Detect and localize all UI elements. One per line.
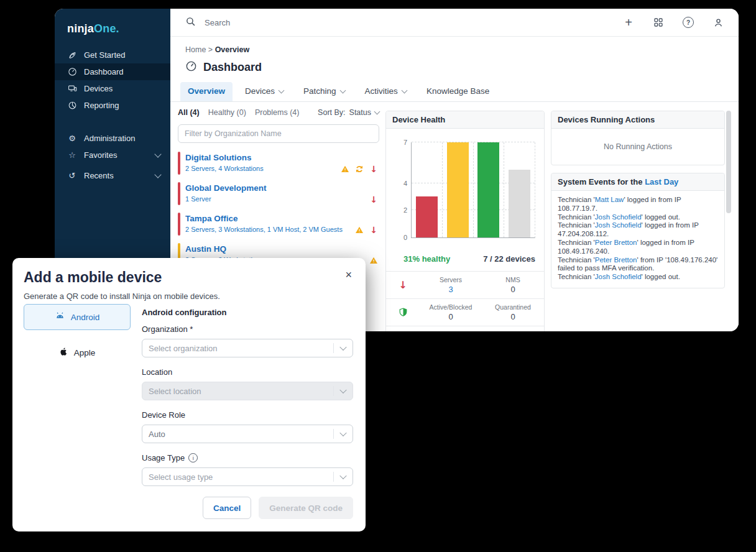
tab-overview[interactable]: Overview [180,82,233,101]
panel-title: Devices Running Actions [551,111,724,129]
sort-by-dropdown[interactable]: Sort By: Status [318,108,379,117]
scrollbar-thumb[interactable] [726,111,731,213]
org-name-link[interactable]: Digital Solutions [185,153,379,162]
technician-link[interactable]: Peter Bretton [595,256,637,264]
sidebar-item-devices[interactable]: Devices [55,80,170,97]
bar-healthy [473,142,504,237]
rocket-icon [67,50,77,60]
running-actions-panel: Devices Running Actions No Running Actio… [551,111,725,165]
filter-healthy[interactable]: Healthy (0) [208,108,246,117]
y-tick: 2 [403,206,407,214]
event-row: Technician 'Peter Bretton' logged in fro… [558,239,718,256]
ninjaone-logo: ninjaOne. [55,9,170,47]
add-icon[interactable]: + [623,17,634,28]
right-column: Devices Running Actions No Running Actio… [551,111,725,288]
user-icon[interactable] [712,17,724,28]
technician-link[interactable]: Matt Law [595,196,624,203]
org-filter-input[interactable] [178,124,379,143]
location-select[interactable]: Select location [142,382,353,400]
android-configuration-form: Android configuration Organization * Sel… [142,308,353,486]
breadcrumb: Home > Overview [170,37,739,54]
servers-count-link[interactable]: 3 [420,285,482,294]
org-name-link[interactable]: Tampa Office [185,214,379,223]
org-row-tampa-office[interactable]: Tampa Office 2 Servers, 3 Workstations, … [178,213,379,236]
dashboard-icon [67,67,77,77]
technician-link[interactable]: Josh Schofield [595,221,642,229]
chevron-down-icon [339,387,346,393]
healthy-percent: 31% healthy [403,254,450,264]
stat-row-blocked: Active/Blocked0 Quarantined0 [386,298,544,326]
filter-all[interactable]: All (4) [178,108,200,117]
device-role-select[interactable]: Auto [142,425,353,443]
close-icon[interactable]: × [345,269,352,280]
sidebar-item-administration[interactable]: ⚙ Administration [55,130,170,147]
sidebar-item-label: Devices [84,84,113,93]
dashboard-title-icon [185,60,197,75]
sidebar-item-dashboard[interactable]: Dashboard [55,63,170,80]
apps-grid-icon[interactable] [653,17,664,28]
info-icon[interactable]: i [188,453,198,462]
down-arrow-icon: ↓ [369,165,378,173]
sidebar-item-reporting[interactable]: Reporting [55,97,170,114]
tab-bar: Overview Devices Patching Activities Kno… [170,75,739,102]
org-status-bar [178,152,180,175]
platform-label: Apple [74,348,96,357]
refresh-icon [355,165,364,173]
platform-apple-button[interactable]: Apple [24,340,131,365]
tab-knowledge-base[interactable]: Knowledge Base [419,82,497,101]
chevron-down-icon [339,472,346,479]
search-icon [185,16,196,29]
tab-patching[interactable]: Patching [296,82,353,101]
generate-qr-code-button[interactable]: Generate QR code [259,497,353,519]
panel-title: Device Health [386,111,544,129]
gear-icon: ⚙ [67,134,77,144]
add-mobile-device-modal: Add a mobile device × Generate a QR code… [12,258,366,531]
tab-devices[interactable]: Devices [237,82,291,101]
breadcrumb-home[interactable]: Home [185,45,206,54]
platform-label: Android [71,313,100,322]
org-status-bar [178,213,180,236]
filter-problems[interactable]: Problems (4) [255,108,300,117]
technician-link[interactable]: Josh Schofield [595,273,642,280]
bar-warning [442,142,473,237]
warning-icon [369,256,378,265]
select-placeholder: Select location [149,387,201,396]
reporting-icon [67,101,77,111]
platform-android-button[interactable]: Android [24,304,131,330]
star-icon: ☆ [67,150,77,160]
device-count: 7 / 22 devices [483,254,535,264]
android-icon [55,311,65,323]
select-value: Auto [149,430,165,439]
org-row-global-development[interactable]: Global Development 1 Server ↓ [178,182,379,205]
search-input[interactable]: Search [185,16,623,29]
panel-title: System Events for the Last Day [551,173,724,191]
org-name-link[interactable]: Global Development [185,183,379,193]
device-health-chart: 0 2 4 7 [386,129,544,248]
org-status-bar [178,182,180,205]
last-day-link[interactable]: Last Day [645,177,678,186]
page-title: Dashboard [203,61,262,74]
help-icon[interactable]: ? [683,17,694,28]
screen: ninjaOne. Get Started Dashboard Devices … [0,0,756,552]
cancel-button[interactable]: Cancel [203,497,251,519]
organization-select[interactable]: Select organization [142,339,353,357]
sidebar-item-recents[interactable]: ↺ Recents [55,167,170,184]
org-row-digital-solutions[interactable]: Digital Solutions 2 Servers, 4 Workstati… [178,152,379,175]
bar-unknown [504,142,535,237]
sidebar-item-label: Get Started [84,50,125,60]
sidebar-item-favorites[interactable]: ☆ Favorites [55,147,170,163]
org-device-summary: 2 Servers, 3 Workstations, 1 VM Host, 2 … [185,226,379,233]
event-row: Technician 'Matt Law' logged in from IP … [558,196,718,213]
tab-activities[interactable]: Activities [357,82,414,101]
modal-subtitle: Generate a QR code to install Ninja on m… [24,292,220,301]
system-events-panel: System Events for the Last Day Technicia… [551,173,725,288]
chevron-down-icon [279,87,285,93]
devices-icon [67,84,77,94]
system-events-list: Technician 'Matt Law' logged in from IP … [551,191,724,288]
down-arrow-icon: ↓ [369,195,378,204]
technician-link[interactable]: Josh Schofield [595,213,642,221]
usage-type-select[interactable]: Select usage type [142,467,353,486]
org-name-link[interactable]: Austin HQ [185,244,379,254]
technician-link[interactable]: Peter Bretton [595,239,637,246]
sidebar-item-get-started[interactable]: Get Started [55,47,170,63]
